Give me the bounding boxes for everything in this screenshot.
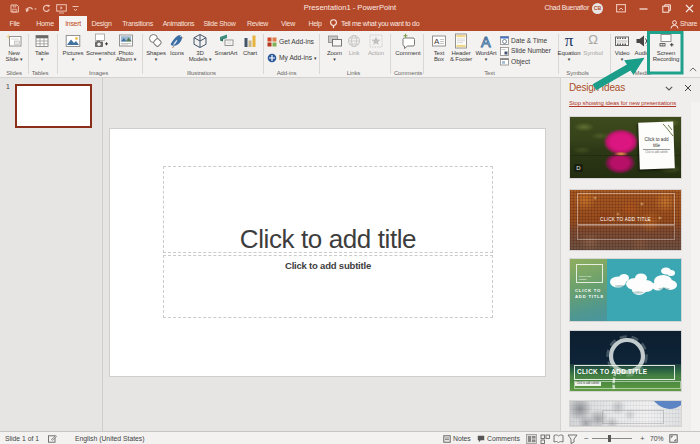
svg-text:A: A	[481, 34, 491, 50]
svg-text:A: A	[434, 37, 440, 46]
